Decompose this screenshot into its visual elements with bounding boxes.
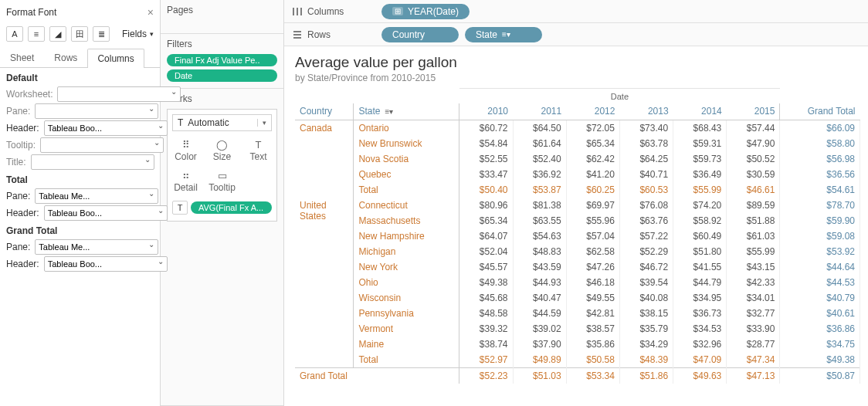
- grand-pane-select[interactable]: [35, 239, 158, 255]
- data-cell: $63.78: [619, 136, 673, 151]
- col-header-year[interactable]: 2014: [673, 103, 727, 120]
- data-cell: $40.47: [513, 290, 566, 306]
- state-cell[interactable]: New York: [354, 259, 459, 275]
- columns-shelf[interactable]: Columns ⊞YEAR(Date): [284, 0, 868, 23]
- subtotal-cell: $50.40: [459, 182, 513, 198]
- filter-pill-0[interactable]: Final Fx Adj Value Pe..: [167, 54, 277, 66]
- state-cell[interactable]: Ontario: [354, 120, 459, 137]
- country-cell[interactable]: UnitedStates: [295, 198, 354, 368]
- label-pane: Pane:: [6, 106, 35, 117]
- marks-measure-pill[interactable]: AVG(Final Fx A...: [191, 201, 272, 214]
- col-header-year[interactable]: 2011: [513, 103, 566, 120]
- marks-text[interactable]: TText: [240, 136, 276, 167]
- col-header-year[interactable]: 2015: [727, 103, 780, 120]
- row-pill-country[interactable]: Country: [381, 27, 459, 42]
- shading-icon[interactable]: ◢: [49, 26, 66, 42]
- data-cell: $34.53: [673, 321, 727, 337]
- grand-header-select[interactable]: [44, 256, 168, 272]
- filters-shelf[interactable]: Filters Final Fx Adj Value Pe.. Date: [161, 34, 283, 89]
- state-cell[interactable]: Vermont: [354, 321, 459, 337]
- subtotal-cell: $47.34: [727, 352, 780, 368]
- text-icon: T: [240, 137, 276, 151]
- state-cell[interactable]: New Hampshire: [354, 228, 459, 244]
- subtotal-cell: $55.99: [673, 182, 727, 198]
- data-cell: $33.47: [459, 167, 513, 182]
- marks-size[interactable]: ◯Size: [204, 136, 240, 167]
- grand-total-cell: $53.34: [566, 368, 619, 384]
- mark-type-dropdown[interactable]: T Automatic ▾: [172, 114, 272, 131]
- title-font-select[interactable]: [31, 154, 154, 170]
- marks-color[interactable]: ⠿Color: [168, 136, 204, 167]
- filters-title: Filters: [167, 39, 277, 49]
- total-pane-select[interactable]: [35, 188, 158, 204]
- header-font-select[interactable]: [44, 120, 168, 136]
- text-encoding-icon[interactable]: T: [172, 201, 188, 215]
- close-icon[interactable]: ×: [147, 6, 154, 19]
- col-pill-year[interactable]: ⊞YEAR(Date): [381, 4, 470, 19]
- data-cell: $80.96: [459, 198, 513, 213]
- table-row: UnitedStatesConnecticut$80.96$81.38$69.9…: [295, 198, 860, 213]
- data-cell: $52.40: [513, 151, 566, 167]
- rows-shelf[interactable]: Rows Country State≡▾: [284, 23, 868, 46]
- data-cell: $48.58: [459, 306, 513, 321]
- format-scope-tabs: Sheet Rows Columns: [0, 48, 160, 68]
- label-grand-header: Header:: [6, 259, 44, 269]
- pages-shelf[interactable]: Pages: [161, 0, 283, 34]
- sort-icon: ≡▾: [502, 30, 510, 39]
- worksheet-area: Columns ⊞YEAR(Date) Rows Country State≡▾…: [284, 0, 868, 406]
- col-header-country[interactable]: Country: [295, 103, 354, 120]
- data-cell: $34.29: [619, 337, 673, 352]
- state-cell[interactable]: Pennsylvania: [354, 306, 459, 321]
- state-cell[interactable]: Connecticut: [354, 198, 459, 213]
- state-cell[interactable]: Nova Scotia: [354, 151, 459, 167]
- state-cell[interactable]: Massachusetts: [354, 213, 459, 228]
- lines-icon[interactable]: ≣: [93, 26, 110, 42]
- row-pill-state[interactable]: State≡▾: [465, 27, 542, 42]
- section-grand-total: Grand Total: [6, 225, 154, 236]
- tab-rows[interactable]: Rows: [44, 48, 87, 67]
- filter-pill-1[interactable]: Date: [167, 69, 277, 82]
- marks-tooltip[interactable]: ▭Tooltip: [204, 167, 240, 198]
- crosstab: Date CountryState≡▾201020112012201320142…: [295, 88, 860, 384]
- pages-title: Pages: [167, 5, 277, 15]
- col-header-state[interactable]: State≡▾: [354, 103, 459, 120]
- tooltip-font-select[interactable]: [40, 137, 164, 153]
- state-cell[interactable]: Michigan: [354, 244, 459, 259]
- state-cell[interactable]: Wisconsin: [354, 290, 459, 306]
- border-icon[interactable]: 田: [71, 26, 88, 42]
- col-header-grand-total[interactable]: Grand Total: [780, 103, 860, 120]
- state-cell[interactable]: Quebec: [354, 167, 459, 182]
- col-header-year[interactable]: 2010: [459, 103, 513, 120]
- data-cell: $63.76: [619, 213, 673, 228]
- col-header-year[interactable]: 2012: [566, 103, 619, 120]
- country-cell[interactable]: Canada: [295, 120, 354, 198]
- state-cell[interactable]: Ohio: [354, 275, 459, 290]
- state-cell[interactable]: New Brunswick: [354, 136, 459, 151]
- state-cell[interactable]: Maine: [354, 337, 459, 352]
- data-cell: $32.96: [673, 337, 727, 352]
- marks-detail[interactable]: ⠶Detail: [168, 167, 204, 198]
- tab-columns[interactable]: Columns: [87, 49, 144, 68]
- font-icon[interactable]: A: [6, 26, 23, 42]
- row-grand-total: $36.86: [780, 321, 860, 337]
- data-cell: $65.34: [566, 136, 619, 151]
- col-header-year[interactable]: 2013: [619, 103, 673, 120]
- detail-icon: ⠶: [168, 168, 204, 182]
- data-cell: $65.34: [459, 213, 513, 228]
- tab-sheet[interactable]: Sheet: [0, 48, 44, 67]
- table-row: CanadaOntario$60.72$64.50$72.05$73.40$68…: [295, 120, 860, 137]
- data-cell: $34.95: [673, 290, 727, 306]
- data-cell: $47.26: [566, 259, 619, 275]
- data-cell: $76.08: [619, 198, 673, 213]
- viz-title[interactable]: Average value per gallon: [295, 54, 860, 71]
- pane-font-select[interactable]: [35, 103, 158, 119]
- data-cell: $40.71: [619, 167, 673, 182]
- total-header-select[interactable]: [44, 205, 168, 221]
- data-cell: $58.92: [673, 213, 727, 228]
- subtotal-cell: $46.61: [727, 182, 780, 198]
- align-icon[interactable]: ≡: [28, 26, 45, 42]
- fields-dropdown[interactable]: Fields: [122, 29, 154, 39]
- grand-total-cell: $51.03: [513, 368, 566, 384]
- data-cell: $74.20: [673, 198, 727, 213]
- worksheet-font-select[interactable]: [57, 86, 181, 102]
